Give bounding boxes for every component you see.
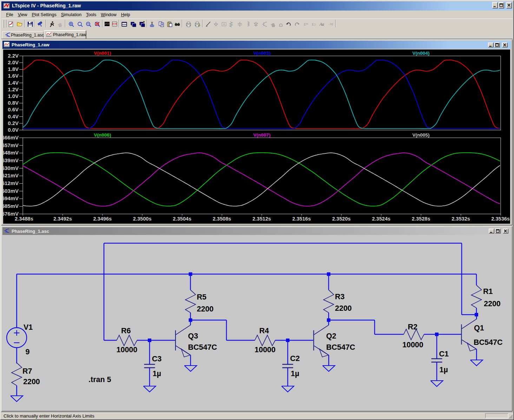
svg-text:10000: 10000 xyxy=(117,346,138,354)
svg-text:585mV: 585mV xyxy=(3,203,19,209)
svg-text:A: A xyxy=(223,22,225,26)
svg-text:1.6V: 1.6V xyxy=(8,73,19,79)
svg-text:C3: C3 xyxy=(152,355,162,363)
svg-text:BC547C: BC547C xyxy=(326,343,355,352)
svg-text:2200: 2200 xyxy=(197,305,214,313)
svg-text:2.3500s: 2.3500s xyxy=(133,216,152,222)
svg-text:R6: R6 xyxy=(121,327,131,335)
svg-text:2.3520s: 2.3520s xyxy=(332,216,351,222)
svg-text:C1: C1 xyxy=(439,350,449,358)
svg-text:V1: V1 xyxy=(24,323,33,332)
svg-text:1µ: 1µ xyxy=(440,366,448,374)
svg-text:R5: R5 xyxy=(197,293,207,301)
svg-text:C2: C2 xyxy=(290,354,300,363)
svg-text:0.0V: 0.0V xyxy=(8,127,19,133)
svg-text:Em: Em xyxy=(304,22,309,26)
svg-text:R7: R7 xyxy=(22,367,32,375)
svg-text:9: 9 xyxy=(26,348,30,356)
svg-text:R2: R2 xyxy=(408,323,418,331)
svg-text:2200: 2200 xyxy=(484,300,501,308)
svg-text:Q3: Q3 xyxy=(188,332,198,340)
svg-text:630mV: 630mV xyxy=(3,165,19,171)
svg-text:2.3516s: 2.3516s xyxy=(292,216,311,222)
svg-text:BC547C: BC547C xyxy=(474,338,502,347)
svg-text:1.4V: 1.4V xyxy=(8,80,19,86)
svg-text:R4: R4 xyxy=(259,327,269,335)
svg-text:603mV: 603mV xyxy=(3,188,19,194)
svg-text:E3: E3 xyxy=(312,22,316,26)
svg-text:10000: 10000 xyxy=(402,341,423,349)
svg-text:2200: 2200 xyxy=(23,378,40,386)
svg-text:2.3528s: 2.3528s xyxy=(412,216,430,222)
svg-text:10000: 10000 xyxy=(255,346,276,354)
svg-text:2.3504s: 2.3504s xyxy=(173,216,191,222)
svg-text:0.8V: 0.8V xyxy=(8,100,19,106)
svg-text:2.3536s: 2.3536s xyxy=(491,216,510,222)
svg-text:V(n003): V(n003) xyxy=(253,51,271,56)
svg-text:V(n006): V(n006) xyxy=(94,132,111,138)
svg-text:V(n005): V(n005) xyxy=(413,132,430,138)
svg-text:2.3496s: 2.3496s xyxy=(93,216,112,222)
svg-text:.tran 5: .tran 5 xyxy=(88,375,111,384)
svg-text:V(n004): V(n004) xyxy=(413,51,430,56)
svg-text:V(n001): V(n001) xyxy=(94,51,111,56)
svg-text:BC547C: BC547C xyxy=(188,343,217,352)
svg-text:2.3512s: 2.3512s xyxy=(252,216,271,222)
svg-text:0.2V: 0.2V xyxy=(8,120,19,126)
svg-text:648mV: 648mV xyxy=(3,150,19,156)
svg-text:612mV: 612mV xyxy=(3,180,19,186)
svg-text:657mV: 657mV xyxy=(3,142,19,148)
svg-text:594mV: 594mV xyxy=(3,195,19,201)
svg-text:2.0V: 2.0V xyxy=(8,59,19,65)
svg-text:1.2V: 1.2V xyxy=(8,86,19,92)
svg-text:0.4V: 0.4V xyxy=(8,113,19,119)
svg-text:1.8V: 1.8V xyxy=(8,66,19,72)
svg-text:0.6V: 0.6V xyxy=(8,106,19,112)
svg-text:1.0V: 1.0V xyxy=(8,93,19,99)
svg-text:Aa: Aa xyxy=(319,22,324,27)
svg-text:2200: 2200 xyxy=(335,304,352,313)
svg-text:R3: R3 xyxy=(335,293,345,301)
svg-text:666mV: 666mV xyxy=(3,134,19,140)
svg-text:621mV: 621mV xyxy=(3,172,19,178)
svg-text:2.3524s: 2.3524s xyxy=(372,216,390,222)
svg-text:2.2V: 2.2V xyxy=(8,53,19,59)
svg-text:R1: R1 xyxy=(483,287,493,296)
svg-text:2.3532s: 2.3532s xyxy=(452,216,470,222)
svg-text:576mV: 576mV xyxy=(3,211,19,217)
svg-text:639mV: 639mV xyxy=(3,157,19,163)
svg-text:1µ: 1µ xyxy=(153,369,161,378)
svg-text:Q2: Q2 xyxy=(326,332,336,340)
svg-text:Q1: Q1 xyxy=(474,324,484,332)
svg-text:.op: .op xyxy=(328,22,333,26)
svg-text:V(n007): V(n007) xyxy=(253,132,271,138)
svg-text:1µ: 1µ xyxy=(291,369,299,378)
svg-text:2.3508s: 2.3508s xyxy=(213,216,231,222)
svg-text:2.3492s: 2.3492s xyxy=(53,216,72,222)
svg-text:2.3488s: 2.3488s xyxy=(15,216,33,222)
